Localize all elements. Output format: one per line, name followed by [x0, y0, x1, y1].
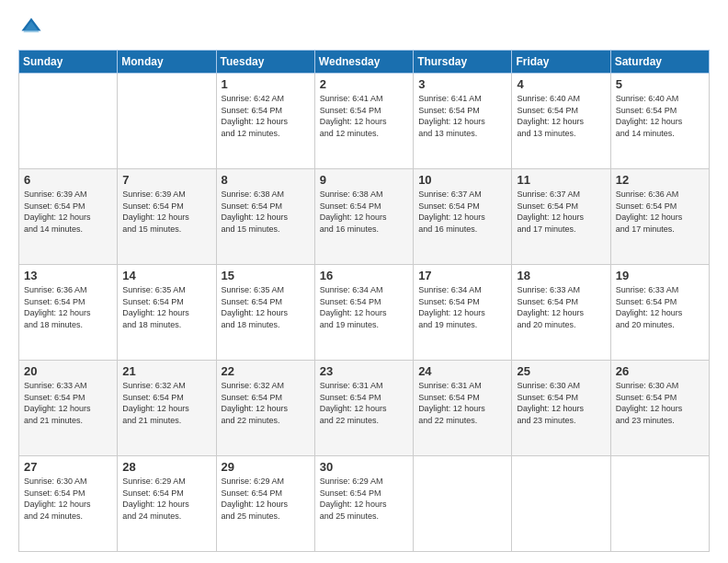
calendar-cell: 25Sunrise: 6:30 AM Sunset: 6:54 PM Dayli… [512, 361, 610, 456]
day-info: Sunrise: 6:32 AM Sunset: 6:54 PM Dayligh… [222, 380, 310, 426]
day-number: 20 [24, 364, 112, 378]
day-info: Sunrise: 6:34 AM Sunset: 6:54 PM Dayligh… [320, 284, 408, 330]
day-info: Sunrise: 6:34 AM Sunset: 6:54 PM Dayligh… [418, 284, 506, 330]
day-number: 18 [517, 269, 605, 282]
day-info: Sunrise: 6:32 AM Sunset: 6:54 PM Dayligh… [122, 380, 210, 426]
day-info: Sunrise: 6:36 AM Sunset: 6:54 PM Dayligh… [616, 189, 704, 235]
calendar-cell: 28Sunrise: 6:29 AM Sunset: 6:54 PM Dayli… [118, 456, 216, 552]
weekday-header-monday: Monday [118, 51, 216, 74]
week-row-1: 1Sunrise: 6:42 AM Sunset: 6:54 PM Daylig… [19, 74, 710, 169]
calendar-cell: 15Sunrise: 6:35 AM Sunset: 6:54 PM Dayli… [216, 265, 314, 361]
weekday-header-row: SundayMondayTuesdayWednesdayThursdayFrid… [19, 51, 710, 74]
calendar-cell: 16Sunrise: 6:34 AM Sunset: 6:54 PM Dayli… [314, 265, 413, 361]
day-number: 22 [222, 364, 310, 378]
calendar-cell: 8Sunrise: 6:38 AM Sunset: 6:54 PM Daylig… [216, 169, 314, 265]
weekday-header-saturday: Saturday [610, 51, 709, 74]
calendar-cell: 21Sunrise: 6:32 AM Sunset: 6:54 PM Dayli… [118, 361, 216, 456]
day-info: Sunrise: 6:30 AM Sunset: 6:54 PM Dayligh… [24, 476, 112, 522]
day-number: 26 [616, 364, 704, 378]
page: SundayMondayTuesdayWednesdayThursdayFrid… [0, 0, 728, 563]
week-row-3: 13Sunrise: 6:36 AM Sunset: 6:54 PM Dayli… [19, 265, 710, 361]
day-info: Sunrise: 6:33 AM Sunset: 6:54 PM Dayligh… [517, 284, 605, 330]
day-info: Sunrise: 6:37 AM Sunset: 6:54 PM Dayligh… [418, 189, 506, 235]
day-info: Sunrise: 6:35 AM Sunset: 6:54 PM Dayligh… [122, 284, 210, 330]
header [18, 15, 710, 40]
day-number: 8 [222, 173, 310, 187]
calendar-cell: 9Sunrise: 6:38 AM Sunset: 6:54 PM Daylig… [314, 169, 413, 265]
calendar-cell [118, 74, 216, 169]
weekday-header-wednesday: Wednesday [314, 51, 413, 74]
calendar-cell: 6Sunrise: 6:39 AM Sunset: 6:54 PM Daylig… [19, 169, 118, 265]
day-number: 10 [418, 173, 506, 187]
day-number: 19 [616, 269, 704, 282]
day-number: 27 [24, 460, 112, 474]
day-info: Sunrise: 6:33 AM Sunset: 6:54 PM Dayligh… [24, 380, 112, 426]
calendar-table: SundayMondayTuesdayWednesdayThursdayFrid… [18, 50, 710, 552]
calendar-cell: 29Sunrise: 6:29 AM Sunset: 6:54 PM Dayli… [216, 456, 314, 552]
day-number: 21 [122, 364, 210, 378]
day-info: Sunrise: 6:29 AM Sunset: 6:54 PM Dayligh… [222, 476, 310, 522]
day-number: 29 [222, 460, 310, 474]
day-info: Sunrise: 6:42 AM Sunset: 6:54 PM Dayligh… [222, 93, 310, 139]
calendar-cell: 23Sunrise: 6:31 AM Sunset: 6:54 PM Dayli… [314, 361, 413, 456]
day-number: 7 [122, 173, 210, 187]
day-number: 12 [616, 173, 704, 187]
day-info: Sunrise: 6:30 AM Sunset: 6:54 PM Dayligh… [616, 380, 704, 426]
day-number: 17 [418, 269, 506, 282]
day-info: Sunrise: 6:33 AM Sunset: 6:54 PM Dayligh… [616, 284, 704, 330]
calendar-cell: 24Sunrise: 6:31 AM Sunset: 6:54 PM Dayli… [414, 361, 512, 456]
day-number: 28 [122, 460, 210, 474]
calendar-cell: 30Sunrise: 6:29 AM Sunset: 6:54 PM Dayli… [314, 456, 413, 552]
logo [18, 15, 48, 40]
calendar-cell [414, 456, 512, 552]
calendar-cell: 22Sunrise: 6:32 AM Sunset: 6:54 PM Dayli… [216, 361, 314, 456]
week-row-5: 27Sunrise: 6:30 AM Sunset: 6:54 PM Dayli… [19, 456, 710, 552]
calendar-cell: 20Sunrise: 6:33 AM Sunset: 6:54 PM Dayli… [19, 361, 118, 456]
day-info: Sunrise: 6:38 AM Sunset: 6:54 PM Dayligh… [320, 189, 408, 235]
day-info: Sunrise: 6:38 AM Sunset: 6:54 PM Dayligh… [222, 189, 310, 235]
calendar-cell: 12Sunrise: 6:36 AM Sunset: 6:54 PM Dayli… [610, 169, 709, 265]
day-number: 15 [222, 269, 310, 282]
day-number: 14 [122, 269, 210, 282]
week-row-2: 6Sunrise: 6:39 AM Sunset: 6:54 PM Daylig… [19, 169, 710, 265]
calendar-cell [19, 74, 118, 169]
day-info: Sunrise: 6:41 AM Sunset: 6:54 PM Dayligh… [320, 93, 408, 139]
day-number: 9 [320, 173, 408, 187]
calendar-cell: 10Sunrise: 6:37 AM Sunset: 6:54 PM Dayli… [414, 169, 512, 265]
day-info: Sunrise: 6:29 AM Sunset: 6:54 PM Dayligh… [320, 476, 408, 522]
weekday-header-thursday: Thursday [414, 51, 512, 74]
calendar-cell: 1Sunrise: 6:42 AM Sunset: 6:54 PM Daylig… [216, 74, 314, 169]
day-number: 5 [616, 77, 704, 91]
day-info: Sunrise: 6:40 AM Sunset: 6:54 PM Dayligh… [517, 93, 605, 139]
day-info: Sunrise: 6:40 AM Sunset: 6:54 PM Dayligh… [616, 93, 704, 139]
day-number: 16 [320, 269, 408, 282]
day-info: Sunrise: 6:31 AM Sunset: 6:54 PM Dayligh… [320, 380, 408, 426]
day-info: Sunrise: 6:41 AM Sunset: 6:54 PM Dayligh… [418, 93, 506, 139]
weekday-header-tuesday: Tuesday [216, 51, 314, 74]
day-number: 24 [418, 364, 506, 378]
weekday-header-sunday: Sunday [19, 51, 118, 74]
weekday-header-friday: Friday [512, 51, 610, 74]
calendar-cell: 19Sunrise: 6:33 AM Sunset: 6:54 PM Dayli… [610, 265, 709, 361]
calendar-cell: 3Sunrise: 6:41 AM Sunset: 6:54 PM Daylig… [414, 74, 512, 169]
calendar-cell: 18Sunrise: 6:33 AM Sunset: 6:54 PM Dayli… [512, 265, 610, 361]
calendar-cell: 17Sunrise: 6:34 AM Sunset: 6:54 PM Dayli… [414, 265, 512, 361]
calendar-cell: 13Sunrise: 6:36 AM Sunset: 6:54 PM Dayli… [19, 265, 118, 361]
day-number: 3 [418, 77, 506, 91]
week-row-4: 20Sunrise: 6:33 AM Sunset: 6:54 PM Dayli… [19, 361, 710, 456]
day-number: 30 [320, 460, 408, 474]
day-info: Sunrise: 6:36 AM Sunset: 6:54 PM Dayligh… [24, 284, 112, 330]
day-info: Sunrise: 6:39 AM Sunset: 6:54 PM Dayligh… [24, 189, 112, 235]
day-info: Sunrise: 6:31 AM Sunset: 6:54 PM Dayligh… [418, 380, 506, 426]
calendar-cell: 27Sunrise: 6:30 AM Sunset: 6:54 PM Dayli… [19, 456, 118, 552]
calendar-cell: 26Sunrise: 6:30 AM Sunset: 6:54 PM Dayli… [610, 361, 709, 456]
day-number: 25 [517, 364, 605, 378]
calendar-cell [512, 456, 610, 552]
calendar-cell: 14Sunrise: 6:35 AM Sunset: 6:54 PM Dayli… [118, 265, 216, 361]
day-number: 13 [24, 269, 112, 282]
day-number: 4 [517, 77, 605, 91]
day-info: Sunrise: 6:39 AM Sunset: 6:54 PM Dayligh… [122, 189, 210, 235]
calendar-cell: 11Sunrise: 6:37 AM Sunset: 6:54 PM Dayli… [512, 169, 610, 265]
day-number: 23 [320, 364, 408, 378]
day-number: 6 [24, 173, 112, 187]
